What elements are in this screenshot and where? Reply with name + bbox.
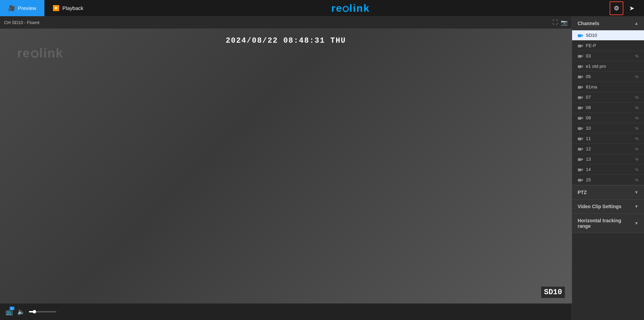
settings-button[interactable]: ⚙ (610, 1, 623, 15)
camera-icon (578, 106, 583, 110)
channel-signal: % (635, 137, 638, 141)
channel-signal: % (635, 168, 638, 172)
camera-icon (578, 178, 583, 182)
svg-rect-24 (578, 158, 582, 161)
video-clip-title: Video Clip Settings (578, 204, 621, 209)
playback-tab[interactable]: ▶️ Playback (44, 0, 92, 16)
video-channel-label: SD10 (541, 287, 565, 298)
channel-item-09[interactable]: 09% (572, 113, 644, 123)
camera-icon (578, 75, 583, 79)
channel-item-03[interactable]: 03% (572, 51, 644, 61)
channels-header[interactable]: Channels ▲ (572, 17, 644, 30)
svg-marker-29 (581, 179, 583, 181)
ptz-section: PTZ ▼ (572, 185, 644, 200)
channel-item-14[interactable]: 14% (572, 164, 644, 175)
snapshot-icon[interactable]: 📷 (561, 19, 568, 26)
channel-item-07[interactable]: 07% (572, 92, 644, 103)
svg-rect-6 (578, 65, 582, 68)
svg-marker-13 (581, 96, 583, 98)
channel-name: 05 (586, 74, 632, 79)
channel-item-12[interactable]: 12% (572, 144, 644, 154)
channel-name: 12 (586, 146, 632, 151)
svg-rect-12 (578, 96, 582, 99)
live-stream-button[interactable]: 📺 L (6, 308, 13, 316)
channel-signal: % (635, 157, 638, 161)
channel-name: 13 (586, 157, 632, 162)
channel-signal: % (635, 75, 638, 79)
channels-title: Channels (578, 21, 599, 26)
channel-name: 03 (586, 53, 632, 58)
channels-chevron-icon: ▲ (634, 21, 638, 26)
nav-right-icons: ⚙ ➤ (610, 1, 644, 15)
channel-item-FE-P[interactable]: FE-P (572, 41, 644, 51)
fullscreen-icon[interactable]: ⛶ (552, 19, 558, 26)
ptz-header[interactable]: PTZ ▼ (572, 185, 644, 199)
svg-marker-7 (581, 65, 583, 67)
svg-marker-9 (581, 75, 583, 78)
svg-marker-1 (581, 34, 583, 36)
camera-icon (578, 137, 583, 141)
channel-item-11[interactable]: 11% (572, 134, 644, 144)
video-section: CH SD10 - Fluent ⛶ 📷 2024/08/22 08:48:31… (0, 17, 572, 320)
svg-rect-0 (578, 34, 582, 37)
svg-marker-17 (581, 117, 583, 119)
camera-icon (578, 44, 583, 48)
htr-header[interactable]: Horizontal tracking range ▼ (572, 214, 644, 233)
htr-section: Horizontal tracking range ▼ (572, 214, 644, 233)
channel-item-SD10[interactable]: SD10 (572, 30, 644, 41)
svg-marker-19 (581, 127, 583, 129)
svg-marker-23 (581, 148, 583, 150)
channel-item-13[interactable]: 13% (572, 154, 644, 164)
svg-rect-14 (578, 106, 582, 109)
logo-text: relink (331, 2, 370, 14)
camera-icon (578, 33, 583, 38)
channel-signal: % (635, 178, 638, 182)
svg-rect-8 (578, 75, 582, 78)
arrow-button[interactable]: ➤ (625, 1, 638, 15)
channel-name: e1 otd pro (586, 64, 638, 69)
channel-item-10[interactable]: 10% (572, 123, 644, 134)
svg-rect-28 (578, 179, 582, 181)
playback-icon: ▶️ (53, 5, 60, 11)
camera-icon (578, 85, 583, 89)
channel-signal: % (635, 126, 638, 130)
channel-item-08[interactable]: 08% (572, 103, 644, 113)
top-nav: 🎥 Preview ▶️ Playback relink ⚙ ➤ (0, 0, 644, 17)
preview-label: Preview (18, 5, 36, 11)
channel-item-15[interactable]: 15% (572, 175, 644, 185)
volume-slider[interactable] (29, 311, 56, 312)
volume-icon[interactable]: 🔈 (17, 308, 25, 316)
svg-rect-16 (578, 117, 582, 119)
channel-item-e1-otd-pro[interactable]: e1 otd pro (572, 61, 644, 72)
channel-name: 81ma (586, 84, 638, 89)
channel-item-81ma[interactable]: 81ma (572, 82, 644, 92)
svg-marker-3 (581, 44, 583, 47)
svg-marker-11 (581, 86, 583, 88)
channel-signal: % (635, 106, 638, 110)
preview-icon: 🎥 (8, 5, 15, 11)
channel-signal: % (635, 116, 638, 120)
channel-list: SD10FE-P03%e1 otd pro05%81ma07%08%09%10%… (572, 30, 644, 185)
ptz-chevron-icon: ▼ (634, 190, 638, 195)
video-clip-header[interactable]: Video Clip Settings ▼ (572, 200, 644, 213)
svg-marker-25 (581, 158, 583, 160)
camera-icon (578, 168, 583, 172)
channel-name: 10 (586, 126, 632, 131)
preview-tab[interactable]: 🎥 Preview (0, 0, 44, 16)
channel-name: 07 (586, 95, 632, 100)
channels-section: Channels ▲ SD10FE-P03%e1 otd pro05%81ma0… (572, 17, 644, 185)
svg-rect-18 (578, 127, 582, 130)
main-area: CH SD10 - Fluent ⛶ 📷 2024/08/22 08:48:31… (0, 17, 644, 320)
channel-name: 09 (586, 115, 632, 120)
logo-area: relink (92, 2, 610, 14)
video-toolbar-title: CH SD10 - Fluent (4, 20, 552, 25)
camera-icon (578, 157, 583, 161)
svg-marker-27 (581, 168, 583, 171)
svg-marker-21 (581, 137, 583, 140)
video-controls: 📺 L 🔈 (0, 303, 572, 320)
right-sidebar: Channels ▲ SD10FE-P03%e1 otd pro05%81ma0… (572, 17, 644, 320)
video-watermark: relink (17, 46, 63, 61)
ptz-title: PTZ (578, 190, 587, 195)
htr-chevron-icon: ▼ (634, 221, 638, 226)
channel-item-05[interactable]: 05% (572, 72, 644, 82)
